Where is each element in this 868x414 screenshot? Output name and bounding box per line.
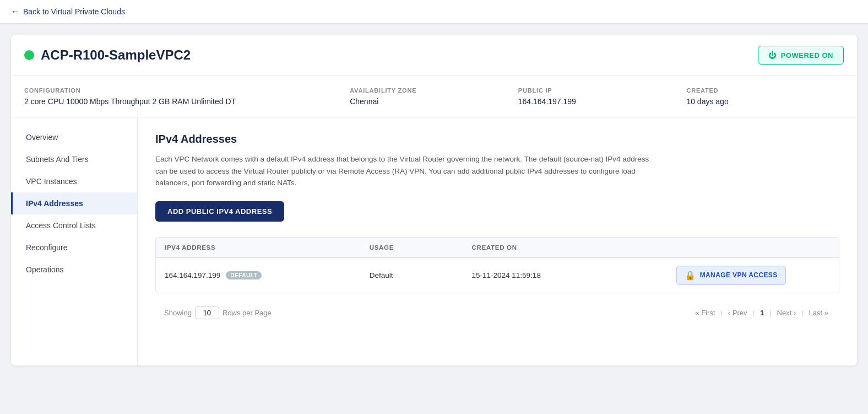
table-row: 164.164.197.199 DEFAULT Default 15-11-20… — [156, 258, 839, 293]
sidebar-item-ipv4-addresses[interactable]: IPv4 Addresses — [11, 192, 137, 214]
powered-on-label: POWERED ON — [781, 51, 833, 60]
availability-zone-field: AVAILABILITY ZONE Chennai — [350, 87, 507, 106]
rows-label: Rows per Page — [223, 309, 272, 317]
created-value: 10 days ago — [686, 97, 844, 106]
power-icon: ⏻ — [768, 51, 777, 60]
created-label: CREATED — [686, 87, 844, 94]
current-page[interactable]: 1 — [758, 308, 766, 318]
cell-created-on: 15-11-2024 11:59:18 — [472, 271, 677, 279]
configuration-label: CONFIGURATION — [24, 87, 339, 94]
info-bar: CONFIGURATION 2 core CPU 10000 Mbps Thro… — [11, 76, 857, 117]
back-to-vpc-link[interactable]: ← Back to Virtual Private Clouds — [11, 7, 857, 17]
add-public-ipv4-button[interactable]: ADD PUBLIC IPv4 ADDRESS — [155, 201, 284, 222]
prev-page-button[interactable]: ‹ Prev — [726, 308, 750, 318]
public-ip-field: PUBLIC IP 164.164.197.199 — [518, 87, 676, 106]
main-content: IPv4 Addresses Each VPC Network comes wi… — [138, 117, 857, 365]
availability-zone-label: AVAILABILITY ZONE — [350, 87, 507, 94]
showing-label: Showing — [164, 309, 192, 317]
sidebar: Overview Subnets And Tiers VPC Instances… — [11, 117, 138, 365]
back-arrow-icon: ← — [11, 7, 20, 17]
th-actions — [676, 244, 830, 251]
back-link-label: Back to Virtual Private Clouds — [23, 7, 125, 16]
table-header: IPV4 ADDRESS USAGE CREATED ON — [156, 238, 839, 258]
manage-vpn-access-button[interactable]: 🔒 MANAGE VPN ACCESS — [676, 266, 785, 285]
cell-action: 🔒 MANAGE VPN ACCESS — [676, 266, 830, 285]
content-area: Overview Subnets And Tiers VPC Instances… — [11, 117, 857, 365]
rows-per-page: Showing Rows per Page — [164, 307, 272, 319]
default-badge: DEFAULT — [226, 271, 262, 279]
main-container: ACP-R100-SampleVPC2 ⏻ POWERED ON CONFIGU… — [11, 35, 857, 365]
powered-on-button[interactable]: ⏻ POWERED ON — [758, 46, 844, 64]
th-ipv4-address: IPV4 ADDRESS — [165, 244, 370, 251]
sidebar-item-overview[interactable]: Overview — [11, 126, 137, 148]
section-title: IPv4 Addresses — [155, 133, 839, 146]
rows-per-page-input[interactable] — [195, 307, 219, 319]
vpc-title: ACP-R100-SampleVPC2 — [24, 47, 191, 63]
manage-vpn-label: MANAGE VPN ACCESS — [700, 271, 778, 279]
public-ip-value: 164.164.197.199 — [518, 97, 676, 106]
status-indicator — [24, 50, 34, 60]
ip-address-value: 164.164.197.199 — [165, 271, 220, 279]
cell-ip: 164.164.197.199 DEFAULT — [165, 271, 370, 279]
sidebar-item-vpc-instances[interactable]: VPC Instances — [11, 170, 137, 192]
sidebar-item-reconfigure[interactable]: Reconfigure — [11, 236, 137, 259]
configuration-value: 2 core CPU 10000 Mbps Throughput 2 GB RA… — [24, 97, 339, 106]
availability-zone-value: Chennai — [350, 97, 507, 106]
vpn-icon: 🔒 — [685, 270, 696, 281]
cell-usage: Default — [370, 271, 472, 279]
vpc-header: ACP-R100-SampleVPC2 ⏻ POWERED ON — [11, 35, 857, 76]
pagination-nav: « First | ‹ Prev | 1 | Next › | Last » — [693, 308, 831, 318]
th-created-on: CREATED ON — [472, 244, 677, 251]
sidebar-item-access-control-lists[interactable]: Access Control Lists — [11, 214, 137, 236]
first-page-button[interactable]: « First — [693, 308, 717, 318]
public-ip-label: PUBLIC IP — [518, 87, 676, 94]
th-usage: USAGE — [370, 244, 472, 251]
configuration-field: CONFIGURATION 2 core CPU 10000 Mbps Thro… — [24, 87, 339, 106]
last-page-button[interactable]: Last » — [807, 308, 831, 318]
sidebar-item-subnets[interactable]: Subnets And Tiers — [11, 148, 137, 170]
pagination-bar: Showing Rows per Page « First | ‹ Prev |… — [155, 299, 839, 319]
ipv4-table: IPV4 ADDRESS USAGE CREATED ON 164.164.19… — [155, 237, 839, 293]
sidebar-item-operations[interactable]: Operations — [11, 259, 137, 281]
created-field: CREATED 10 days ago — [686, 87, 844, 106]
vpc-name: ACP-R100-SampleVPC2 — [41, 47, 191, 63]
section-description: Each VPC Network comes with a default IP… — [155, 153, 651, 189]
next-page-button[interactable]: Next › — [775, 308, 799, 318]
